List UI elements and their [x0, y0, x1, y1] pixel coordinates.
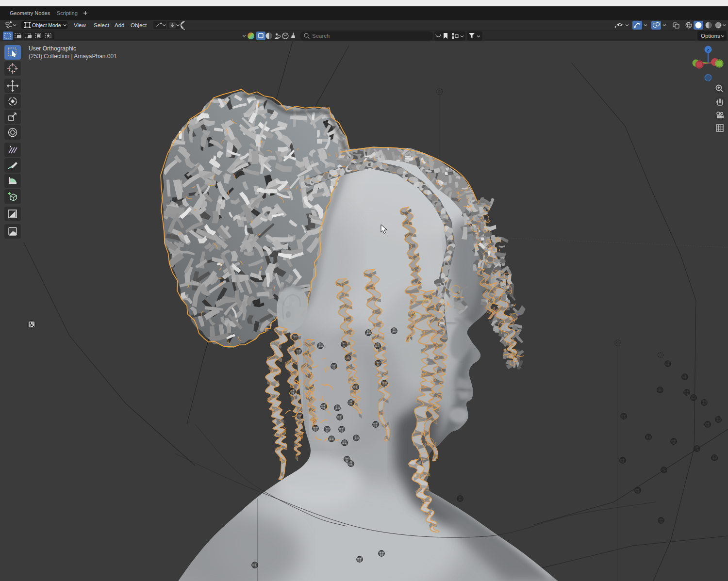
svg-text:Options: Options	[701, 33, 720, 39]
svg-text:Select: Select	[94, 22, 110, 28]
svg-text:Object: Object	[131, 22, 147, 28]
svg-text:Geometry Nodes: Geometry Nodes	[10, 10, 50, 16]
svg-text:View: View	[74, 22, 86, 28]
svg-text:Object Mode: Object Mode	[32, 22, 61, 28]
svg-text:Z: Z	[707, 48, 710, 52]
svg-text:Search: Search	[312, 33, 330, 39]
svg-text:User Orthographic: User Orthographic	[29, 45, 76, 52]
svg-text:Add: Add	[115, 22, 124, 28]
svg-text:(253) Collection | AmayaPhan.0: (253) Collection | AmayaPhan.001	[29, 53, 117, 60]
svg-text:Scripting: Scripting	[57, 10, 78, 16]
